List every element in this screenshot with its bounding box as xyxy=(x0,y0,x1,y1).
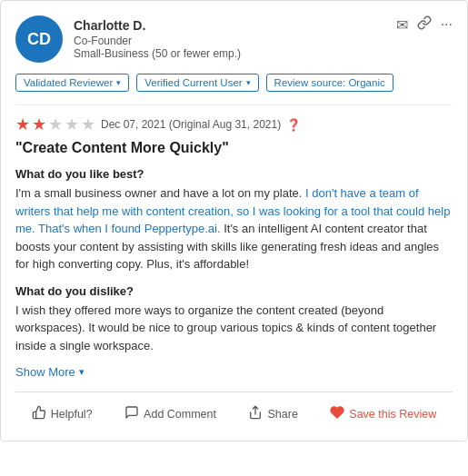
stars: ★ ★ ★ ★ ★ xyxy=(15,114,95,134)
link-icon[interactable] xyxy=(417,15,432,34)
badge-source[interactable]: Review source: Organic xyxy=(266,74,393,92)
badge-validated[interactable]: Validated Reviewer ▾ xyxy=(15,74,129,92)
review-card: CD Charlotte D. Co-Founder Small-Busines… xyxy=(0,0,468,441)
section2-text: I wish they offered more ways to organiz… xyxy=(15,302,453,355)
helpful-icon xyxy=(32,405,46,422)
star-4: ★ xyxy=(65,114,79,134)
divider-top xyxy=(15,104,453,105)
section1-text-plain: I'm a small business owner and have a lo… xyxy=(15,186,305,200)
header-row: CD Charlotte D. Co-Founder Small-Busines… xyxy=(15,15,453,63)
badge-verified[interactable]: Verified Current User ▾ xyxy=(136,74,258,92)
add-comment-label: Add Comment xyxy=(144,408,216,421)
share-label: Share xyxy=(267,408,297,421)
helpful-button[interactable]: Helpful? xyxy=(26,402,98,426)
user-company: Small-Business (50 or fewer emp.) xyxy=(74,47,241,60)
review-title: "Create Content More Quickly" xyxy=(15,140,453,156)
user-role: Co-Founder xyxy=(74,35,241,47)
badge-validated-label: Validated Reviewer xyxy=(24,77,113,88)
save-review-button[interactable]: Save this Review xyxy=(324,402,442,426)
original-date: (Original Aug 31, 2021) xyxy=(169,118,281,131)
star-3: ★ xyxy=(48,114,63,134)
user-info: Charlotte D. Co-Founder Small-Business (… xyxy=(74,18,241,60)
footer: Helpful? Add Comment Share xyxy=(15,392,453,426)
add-comment-button[interactable]: Add Comment xyxy=(119,402,222,426)
section1-text: I'm a small business owner and have a lo… xyxy=(15,184,453,273)
email-icon[interactable]: ✉ xyxy=(396,16,408,34)
user-name: Charlotte D. xyxy=(74,18,241,33)
badge-source-label: Review source: Organic xyxy=(274,77,385,88)
more-icon[interactable]: ··· xyxy=(441,16,453,33)
comment-icon xyxy=(124,405,139,422)
share-icon xyxy=(248,405,263,422)
section2-label: What do you dislike? xyxy=(15,284,453,298)
date-help-icon[interactable]: ❓ xyxy=(286,118,301,132)
review-date: Dec 07, 2021 (Original Aug 31, 2021) xyxy=(101,118,281,131)
section1-label: What do you like best? xyxy=(15,167,453,181)
helpful-label: Helpful? xyxy=(51,408,93,421)
header-left: CD Charlotte D. Co-Founder Small-Busines… xyxy=(15,15,241,63)
badge-verified-label: Verified Current User xyxy=(144,77,242,88)
show-more-label: Show More xyxy=(15,365,75,379)
show-more-arrow-icon: ▾ xyxy=(79,366,85,378)
header-icons: ✉ ··· xyxy=(396,15,453,34)
star-2: ★ xyxy=(32,114,46,134)
badge-verified-chevron: ▾ xyxy=(246,78,251,87)
star-5: ★ xyxy=(81,114,95,134)
star-1: ★ xyxy=(15,114,30,134)
save-review-label: Save this Review xyxy=(349,408,436,421)
badge-row: Validated Reviewer ▾ Verified Current Us… xyxy=(15,74,453,92)
show-more-button[interactable]: Show More ▾ xyxy=(15,365,85,379)
stars-row: ★ ★ ★ ★ ★ Dec 07, 2021 (Original Aug 31,… xyxy=(15,114,453,134)
share-button[interactable]: Share xyxy=(243,402,303,426)
avatar: CD xyxy=(15,15,63,63)
badge-validated-chevron: ▾ xyxy=(116,78,121,87)
heart-icon xyxy=(330,405,344,422)
